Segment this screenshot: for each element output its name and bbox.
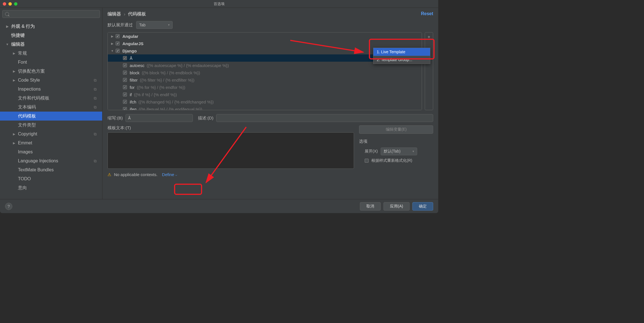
template-checkbox[interactable] — [123, 78, 127, 82]
window-title: 首选项 — [214, 1, 225, 6]
chevron-icon — [5, 25, 10, 28]
template-name: ifch — [130, 100, 136, 104]
sidebar-item[interactable]: Inspections⧉ — [0, 85, 102, 94]
scheme-icon: ⧉ — [94, 105, 97, 110]
expand-with-combo[interactable]: 默认(Tab) — [381, 147, 417, 155]
template-toolbar: + — [425, 32, 433, 110]
sidebar-item[interactable]: TODO — [0, 174, 102, 183]
sidebar-item[interactable]: Font — [0, 58, 102, 67]
sidebar: 外观 & 行为快捷键编辑器常规Font切换配色方案Code Style⧉Insp… — [0, 8, 102, 199]
group-checkbox[interactable] — [116, 34, 120, 38]
search-input[interactable] — [2, 10, 100, 18]
sidebar-item-label: Language Injections — [18, 158, 58, 163]
cancel-button[interactable]: 取消 — [360, 202, 381, 211]
group-checkbox[interactable] — [116, 49, 120, 53]
breadcrumb: 编辑器 › 代码模板 — [108, 11, 433, 17]
template-text-label: 模板文本:(T) — [108, 125, 354, 131]
preferences-window: 首选项 外观 & 行为快捷键编辑器常规Font切换配色方案Code Style⧉… — [0, 0, 438, 213]
chevron-icon — [12, 79, 16, 82]
sidebar-item[interactable]: 切换配色方案 — [0, 67, 102, 76]
template-checkbox[interactable] — [123, 63, 127, 67]
template-desc: ({% filter %} / {% endfilter %}) — [140, 78, 194, 82]
group-checkbox[interactable] — [116, 41, 120, 45]
template-checkbox[interactable] — [123, 93, 127, 96]
template-group[interactable]: Angular — [108, 33, 422, 40]
sidebar-item[interactable]: TextMate Bundles — [0, 165, 102, 174]
chevron-icon — [110, 35, 115, 38]
breadcrumb-root[interactable]: 编辑器 — [108, 11, 121, 17]
template-checkbox[interactable] — [123, 71, 127, 75]
template-item[interactable]: block({% block %} / {% endblock %}) — [108, 69, 422, 76]
sidebar-item[interactable]: Images — [0, 147, 102, 156]
sidebar-item-label: 意向 — [18, 185, 27, 191]
template-desc: ({% if %} / {% endif %}) — [134, 92, 177, 97]
sidebar-item[interactable]: 文本编码⧉ — [0, 103, 102, 112]
sidebar-item[interactable]: 代码模板 — [0, 112, 102, 121]
sidebar-item-label: 文件和代码模板 — [18, 95, 49, 101]
reset-link[interactable]: Reset — [421, 11, 433, 16]
close-icon[interactable] — [3, 2, 6, 6]
sidebar-item[interactable]: 文件和代码模板⧉ — [0, 94, 102, 103]
desc-label: 描述:(D) — [198, 116, 213, 121]
breadcrumb-current: 代码模板 — [128, 11, 146, 17]
sidebar-item[interactable]: 快捷键 — [0, 31, 102, 40]
sidebar-item-label: 外观 & 行为 — [11, 24, 35, 29]
ok-button[interactable]: 确定 — [412, 202, 433, 211]
template-checkbox[interactable] — [123, 85, 127, 89]
sidebar-item[interactable]: Language Injections⧉ — [0, 156, 102, 165]
sidebar-item[interactable]: 外观 & 行为 — [0, 22, 102, 31]
template-checkbox[interactable] — [123, 100, 127, 104]
reformat-checkbox[interactable] — [365, 159, 369, 163]
sidebar-item[interactable]: Emmet — [0, 139, 102, 147]
desc-input[interactable] — [216, 114, 433, 122]
window-controls — [3, 2, 17, 6]
sidebar-item[interactable]: Copyright⧉ — [0, 130, 102, 139]
options-title: 选项 — [359, 139, 433, 144]
scheme-icon: ⧉ — [94, 78, 97, 83]
default-expand-combo[interactable]: Tab — [136, 21, 173, 29]
define-link[interactable]: Define — [160, 172, 179, 177]
sidebar-item[interactable]: 常规 — [0, 49, 102, 58]
help-button[interactable]: ? — [5, 203, 12, 210]
sidebar-item-label: 文本编码 — [18, 104, 36, 110]
popup-item[interactable]: 2. Template Group... — [373, 56, 430, 64]
template-list[interactable]: AngularAngularJSDjangoÅautoesc({% autoes… — [108, 32, 422, 110]
template-group[interactable]: AngularJS — [108, 40, 422, 47]
sidebar-item[interactable]: Code Style⧉ — [0, 76, 102, 85]
template-item[interactable]: filter({% filter %} / {% endfilter %}) — [108, 76, 422, 84]
template-checkbox[interactable] — [123, 56, 127, 60]
minimize-icon[interactable] — [8, 2, 12, 6]
sidebar-item[interactable]: 编辑器 — [0, 40, 102, 49]
reformat-label: 根据样式重新格式化(R) — [371, 158, 412, 163]
abbr-label: 缩写:(B) — [108, 116, 123, 121]
sidebar-item-label: 编辑器 — [11, 41, 25, 47]
settings-tree[interactable]: 外观 & 行为快捷键编辑器常规Font切换配色方案Code Style⧉Insp… — [0, 20, 102, 199]
chevron-icon — [12, 141, 16, 145]
template-item[interactable]: ifch({% ifchanged %} / {% endifchanged %… — [108, 98, 422, 105]
group-name: Django — [122, 49, 137, 53]
sidebar-item-label: 代码模板 — [18, 113, 36, 119]
template-desc: ({% block %} / {% endblock %}) — [142, 70, 200, 75]
abbr-input[interactable] — [125, 114, 193, 122]
maximize-icon[interactable] — [14, 2, 17, 6]
template-item[interactable]: for({% for %} / {% endfor %}) — [108, 84, 422, 91]
template-item[interactable]: if({% if %} / {% endif %}) — [108, 91, 422, 98]
template-text-editor[interactable] — [108, 132, 354, 169]
template-desc: ({% autoescape %} / {% endautoescape %}) — [147, 63, 229, 68]
template-name: for — [130, 85, 135, 90]
titlebar: 首选项 — [0, 0, 438, 8]
options-panel: 编辑变量(E) 选项 展开(X) 默认(Tab) 根据样式重新格式化(R) — [359, 125, 433, 166]
sidebar-item-label: Code Style — [18, 78, 40, 83]
sidebar-item[interactable]: 文件类型 — [0, 121, 102, 130]
group-name: Angular — [122, 34, 138, 39]
add-button[interactable]: + — [426, 34, 432, 40]
edit-variables-button[interactable]: 编辑变量(E) — [359, 125, 433, 134]
template-checkbox[interactable] — [123, 107, 127, 110]
template-item[interactable]: ifeq({% ifequal %} / {% endifequal %}) — [108, 105, 422, 110]
add-popup: 1. Live Template2. Template Group... — [373, 48, 430, 64]
apply-button[interactable]: 应用(A) — [383, 202, 410, 211]
sidebar-item[interactable]: 意向 — [0, 183, 102, 192]
context-warning: No applicable contexts. — [114, 172, 157, 177]
main-panel: 编辑器 › 代码模板 Reset 默认展开通过 Tab AngularAngul… — [102, 8, 438, 199]
popup-item[interactable]: 1. Live Template — [373, 48, 430, 56]
